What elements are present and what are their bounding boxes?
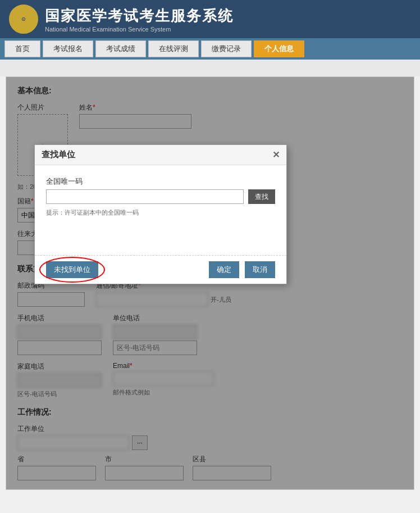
modal-close-btn[interactable]: ✕ bbox=[272, 151, 280, 160]
header-title-en: National Medical Examination Service Sys… bbox=[45, 26, 234, 33]
nav-personal[interactable]: 个人信息 bbox=[254, 40, 304, 57]
modal-find-unit: 查找单位 ✕ 全国唯一码 查找 提示：许可证副本中的全国唯一码 未找到单位 确定… bbox=[34, 144, 287, 284]
modal-unique-code-input[interactable] bbox=[46, 189, 244, 204]
modal-footer: 未找到单位 确定 取消 bbox=[35, 255, 286, 284]
header-title-block: 国家医学考试考生服务系统 National Medical Examinatio… bbox=[45, 6, 234, 33]
logo: ⊙ bbox=[9, 4, 38, 34]
nav-online-eval[interactable]: 在线评测 bbox=[148, 40, 199, 57]
modal-input-row: 查找 bbox=[46, 189, 275, 204]
modal-search-btn[interactable]: 查找 bbox=[248, 189, 275, 204]
modal-header: 查找单位 ✕ bbox=[35, 145, 286, 165]
page-content: 基本信息: 个人照片 + 姓名* 如：2010-01-01 国籍* bbox=[0, 60, 420, 513]
modal-hint: 提示：许可证副本中的全国唯一码 bbox=[46, 208, 275, 217]
btn-not-found[interactable]: 未找到单位 bbox=[46, 261, 98, 278]
btn-cancel[interactable]: 取消 bbox=[245, 261, 275, 278]
main-form: 基本信息: 个人照片 + 姓名* 如：2010-01-01 国籍* bbox=[6, 76, 414, 490]
modal-body: 全国唯一码 查找 提示：许可证副本中的全国唯一码 bbox=[35, 165, 286, 255]
nav-exam-reg[interactable]: 考试报名 bbox=[43, 40, 93, 57]
logo-text: ⊙ bbox=[21, 16, 26, 22]
header-title-cn: 国家医学考试考生服务系统 bbox=[45, 6, 234, 26]
modal-title: 查找单位 bbox=[42, 149, 75, 160]
nav-payment[interactable]: 缴费记录 bbox=[201, 40, 252, 57]
header: ⊙ 国家医学考试考生服务系统 National Medical Examinat… bbox=[0, 0, 420, 38]
btn-confirm[interactable]: 确定 bbox=[209, 261, 239, 278]
nav-home[interactable]: 首页 bbox=[4, 40, 40, 57]
nav-exam-result[interactable]: 考试成绩 bbox=[95, 40, 146, 57]
top-spacer bbox=[0, 60, 420, 76]
nav-bar: 首页 考试报名 考试成绩 在线评测 缴费记录 个人信息 bbox=[0, 38, 420, 60]
modal-unique-code-label: 全国唯一码 bbox=[46, 176, 275, 187]
